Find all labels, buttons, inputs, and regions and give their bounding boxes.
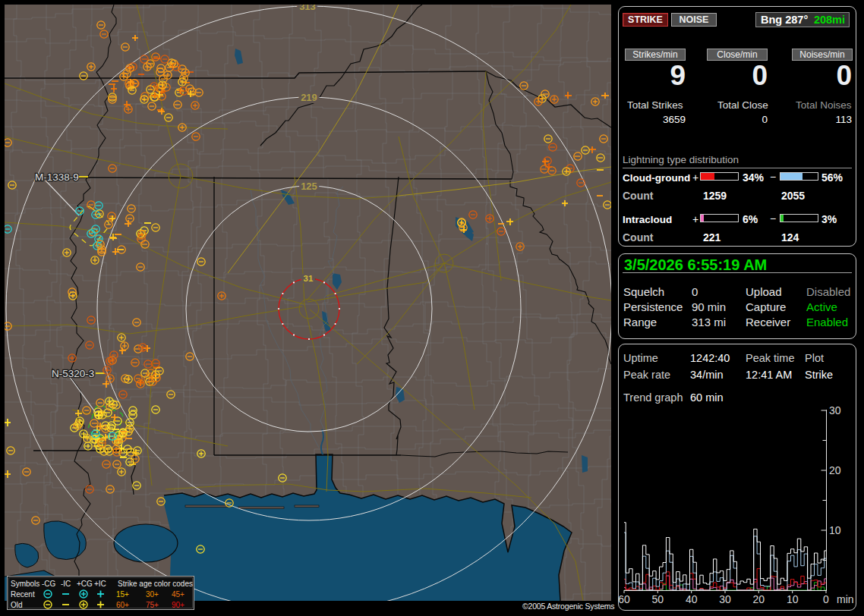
- svg-text:20: 20: [829, 464, 841, 476]
- svg-text:10: 10: [829, 524, 841, 536]
- svg-text:60: 60: [618, 593, 630, 605]
- svg-text:M-1338-9: M-1338-9: [35, 171, 79, 183]
- svg-text:50: 50: [652, 593, 664, 605]
- svg-text:N-5320-3: N-5320-3: [52, 368, 94, 379]
- svg-text:min: min: [837, 593, 854, 605]
- svg-text:313: 313: [299, 5, 316, 12]
- svg-text:219: 219: [301, 92, 317, 103]
- svg-text:20: 20: [753, 593, 765, 605]
- svg-text:0: 0: [823, 593, 829, 605]
- svg-text:40: 40: [686, 593, 698, 605]
- svg-text:30: 30: [829, 405, 841, 416]
- svg-text:31: 31: [304, 274, 314, 283]
- svg-text:10: 10: [787, 593, 799, 605]
- svg-text:125: 125: [301, 181, 317, 192]
- svg-text:30: 30: [719, 593, 731, 605]
